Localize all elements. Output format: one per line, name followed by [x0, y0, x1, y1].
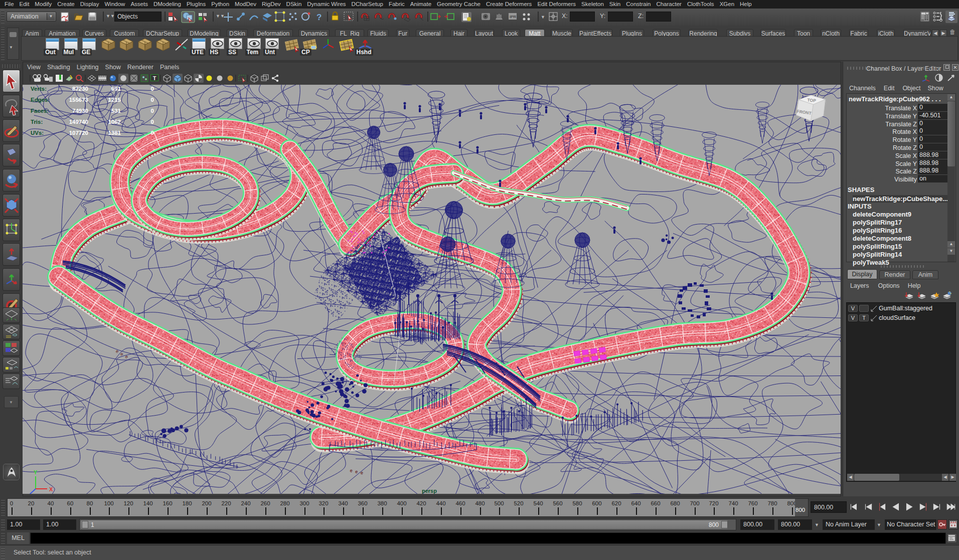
- svg-text:0: 0: [151, 97, 154, 103]
- svg-text:UVs:: UVs:: [31, 130, 44, 136]
- svg-text:0: 0: [151, 108, 154, 114]
- svg-text:?: ?: [316, 13, 322, 22]
- svg-text:0: 0: [151, 130, 154, 136]
- svg-text:Verts:: Verts:: [31, 86, 47, 92]
- svg-text:87230: 87230: [72, 86, 88, 92]
- svg-text:1062: 1062: [108, 119, 121, 125]
- svg-text:74930: 74930: [72, 108, 88, 114]
- svg-text:107720: 107720: [69, 130, 88, 136]
- svg-text:TOP: TOP: [807, 97, 816, 103]
- svg-text:X: X: [49, 486, 53, 492]
- svg-text:0: 0: [151, 86, 154, 92]
- svg-text:691: 691: [111, 86, 121, 92]
- svg-text:155673: 155673: [69, 97, 88, 103]
- svg-text:149740: 149740: [69, 119, 88, 125]
- svg-text:531: 531: [111, 108, 121, 114]
- svg-text:IPR: IPR: [510, 15, 517, 19]
- svg-text:persp: persp: [422, 488, 437, 494]
- svg-text:1215: 1215: [108, 97, 121, 103]
- svg-text:Y: Y: [34, 469, 38, 475]
- svg-text:Tris:: Tris:: [31, 119, 43, 125]
- svg-text:0: 0: [151, 119, 154, 125]
- svg-text:1381: 1381: [108, 130, 121, 136]
- svg-text:Faces:: Faces:: [31, 108, 49, 114]
- svg-text:Edges:: Edges:: [31, 97, 50, 103]
